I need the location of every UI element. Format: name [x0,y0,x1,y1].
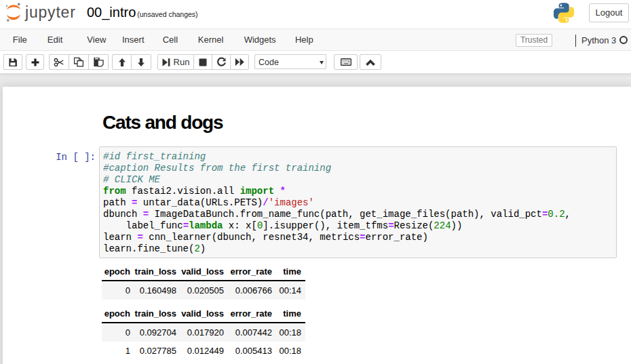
svg-text:jupyter: jupyter [24,3,76,21]
